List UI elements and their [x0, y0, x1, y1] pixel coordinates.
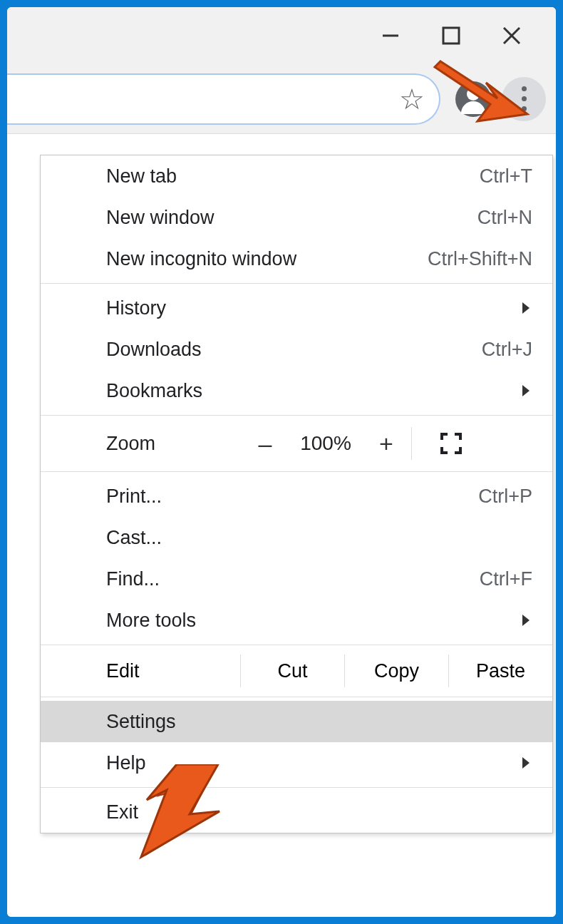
menu-item-label: Print...	[106, 486, 478, 508]
menu-item-label: Help	[106, 752, 532, 774]
menu-item-label: Find...	[106, 568, 480, 590]
menu-item-label: New tab	[106, 165, 480, 188]
submenu-arrow-icon	[522, 302, 530, 314]
minimize-icon	[380, 25, 401, 46]
profile-icon	[455, 81, 491, 117]
menu-separator	[41, 471, 552, 472]
menu-item-shortcut: Ctrl+P	[478, 486, 532, 508]
submenu-arrow-icon	[522, 757, 530, 769]
toolbar: ☆	[7, 64, 556, 134]
menu-help[interactable]: Help	[41, 742, 552, 784]
close-icon	[502, 26, 522, 46]
chrome-window: ☆ PC risk.com New tab Ctrl+T New window …	[7, 7, 556, 917]
menu-item-label: Bookmarks	[106, 380, 532, 402]
edit-cut-button[interactable]: Cut	[240, 654, 344, 687]
titlebar	[7, 7, 556, 64]
menu-print[interactable]: Print... Ctrl+P	[41, 476, 552, 517]
fullscreen-icon	[440, 433, 462, 454]
menu-settings[interactable]: Settings	[41, 701, 552, 742]
menu-zoom-row: Zoom – 100% +	[41, 419, 552, 468]
menu-item-label: Downloads	[106, 339, 482, 361]
menu-separator	[41, 697, 552, 697]
address-bar[interactable]: ☆	[7, 73, 440, 125]
minimize-button[interactable]	[360, 11, 420, 61]
menu-item-label: New incognito window	[106, 248, 428, 270]
svg-rect-1	[443, 28, 459, 43]
menu-find[interactable]: Find... Ctrl+F	[41, 558, 552, 600]
close-button[interactable]	[481, 11, 542, 61]
menu-cast[interactable]: Cast...	[41, 517, 552, 558]
chrome-menu-button[interactable]	[502, 77, 546, 121]
menu-item-label: History	[106, 297, 532, 319]
menu-item-shortcut: Ctrl+F	[480, 568, 532, 590]
submenu-arrow-icon	[522, 615, 530, 626]
menu-item-label: Exit	[106, 801, 532, 823]
menu-history[interactable]: History	[41, 287, 552, 329]
menu-item-shortcut: Ctrl+T	[480, 165, 532, 188]
menu-item-shortcut: Ctrl+Shift+N	[428, 248, 532, 270]
menu-new-window[interactable]: New window Ctrl+N	[41, 197, 552, 238]
maximize-icon	[442, 26, 460, 45]
menu-separator	[41, 283, 552, 284]
zoom-in-button[interactable]: +	[361, 430, 411, 458]
bookmark-star-icon[interactable]: ☆	[399, 83, 425, 115]
menu-item-shortcut: Ctrl+J	[482, 339, 532, 361]
fullscreen-button[interactable]	[412, 433, 490, 454]
menu-item-label: New window	[106, 207, 477, 229]
menu-item-shortcut: Ctrl+N	[477, 207, 532, 229]
menu-item-label: Settings	[106, 711, 532, 733]
submenu-arrow-icon	[522, 385, 530, 396]
menu-item-label: Cast...	[106, 527, 532, 549]
edit-label: Edit	[41, 660, 240, 682]
edit-paste-button[interactable]: Paste	[448, 654, 552, 687]
profile-button[interactable]	[453, 79, 493, 119]
menu-downloads[interactable]: Downloads Ctrl+J	[41, 329, 552, 370]
maximize-button[interactable]	[420, 11, 481, 61]
menu-separator	[41, 645, 552, 645]
menu-more-tools[interactable]: More tools	[41, 600, 552, 641]
menu-edit-row: Edit Cut Copy Paste	[41, 649, 552, 693]
more-vert-icon	[522, 86, 527, 91]
menu-item-label: More tools	[106, 610, 532, 632]
menu-exit[interactable]: Exit	[41, 791, 552, 833]
menu-incognito[interactable]: New incognito window Ctrl+Shift+N	[41, 238, 552, 279]
menu-separator	[41, 415, 552, 416]
zoom-value: 100%	[290, 432, 361, 455]
edit-copy-button[interactable]: Copy	[344, 654, 448, 687]
menu-separator	[41, 787, 552, 788]
menu-new-tab[interactable]: New tab Ctrl+T	[41, 155, 552, 197]
zoom-label: Zoom	[41, 433, 240, 455]
zoom-out-button[interactable]: –	[240, 430, 290, 458]
menu-bookmarks[interactable]: Bookmarks	[41, 370, 552, 411]
chrome-menu-panel: New tab Ctrl+T New window Ctrl+N New inc…	[40, 155, 553, 833]
